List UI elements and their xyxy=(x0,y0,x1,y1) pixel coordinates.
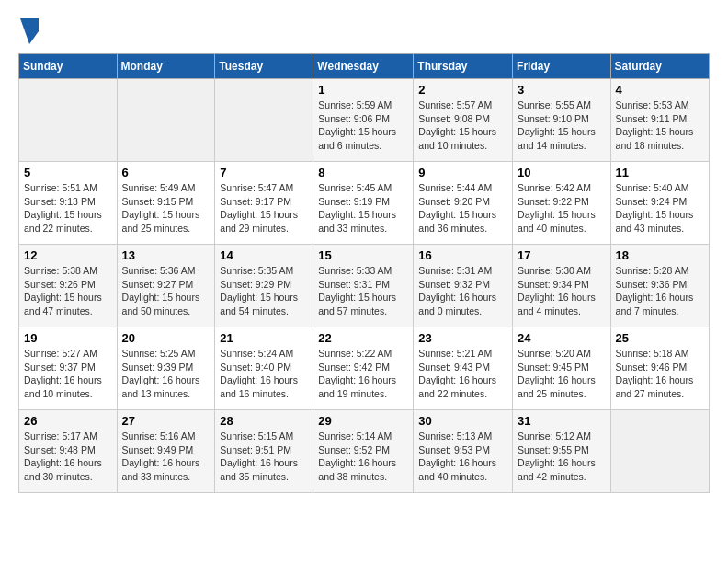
day-number: 7 xyxy=(220,166,308,179)
weekday-header: Thursday xyxy=(414,54,513,79)
calendar-cell xyxy=(215,79,313,162)
day-info: Sunrise: 5:45 AM Sunset: 9:19 PM Dayligh… xyxy=(318,181,408,236)
day-number: 25 xyxy=(616,331,704,345)
day-info: Sunrise: 5:27 AM Sunset: 9:37 PM Dayligh… xyxy=(24,347,112,401)
day-info: Sunrise: 5:57 AM Sunset: 9:08 PM Dayligh… xyxy=(418,98,507,153)
day-info: Sunrise: 5:40 AM Sunset: 9:24 PM Dayligh… xyxy=(616,181,704,236)
calendar-week-row: 1Sunrise: 5:59 AM Sunset: 9:06 PM Daylig… xyxy=(19,79,710,162)
day-info: Sunrise: 5:47 AM Sunset: 9:17 PM Dayligh… xyxy=(220,181,308,236)
day-number: 6 xyxy=(122,166,210,179)
weekday-header-row: SundayMondayTuesdayWednesdayThursdayFrid… xyxy=(19,54,710,79)
day-number: 2 xyxy=(418,83,507,97)
calendar-cell xyxy=(610,410,709,493)
day-number: 13 xyxy=(122,248,210,262)
day-number: 19 xyxy=(24,331,112,345)
day-info: Sunrise: 5:49 AM Sunset: 9:15 PM Dayligh… xyxy=(122,181,210,236)
day-number: 10 xyxy=(518,166,606,179)
calendar-cell: 7Sunrise: 5:47 AM Sunset: 9:17 PM Daylig… xyxy=(215,162,313,245)
weekday-header: Sunday xyxy=(19,54,118,79)
weekday-header: Saturday xyxy=(610,54,709,79)
day-number: 5 xyxy=(24,166,112,179)
day-number: 29 xyxy=(318,414,408,428)
day-info: Sunrise: 5:14 AM Sunset: 9:52 PM Dayligh… xyxy=(318,430,408,484)
calendar-cell: 17Sunrise: 5:30 AM Sunset: 9:34 PM Dayli… xyxy=(513,245,611,327)
calendar-cell: 25Sunrise: 5:18 AM Sunset: 9:46 PM Dayli… xyxy=(610,327,709,410)
day-info: Sunrise: 5:30 AM Sunset: 9:34 PM Dayligh… xyxy=(518,264,606,318)
day-info: Sunrise: 5:42 AM Sunset: 9:22 PM Dayligh… xyxy=(518,181,606,236)
calendar-cell: 20Sunrise: 5:25 AM Sunset: 9:39 PM Dayli… xyxy=(117,327,215,410)
calendar-cell: 11Sunrise: 5:40 AM Sunset: 9:24 PM Dayli… xyxy=(610,162,709,245)
weekday-header: Monday xyxy=(117,54,215,79)
day-number: 4 xyxy=(616,83,704,97)
day-number: 15 xyxy=(318,248,408,262)
day-info: Sunrise: 5:21 AM Sunset: 9:43 PM Dayligh… xyxy=(418,347,507,401)
calendar-cell: 16Sunrise: 5:31 AM Sunset: 9:32 PM Dayli… xyxy=(414,245,513,327)
calendar-table: SundayMondayTuesdayWednesdayThursdayFrid… xyxy=(18,53,710,493)
calendar-week-row: 19Sunrise: 5:27 AM Sunset: 9:37 PM Dayli… xyxy=(19,327,710,410)
day-info: Sunrise: 5:31 AM Sunset: 9:32 PM Dayligh… xyxy=(418,264,507,318)
day-info: Sunrise: 5:35 AM Sunset: 9:29 PM Dayligh… xyxy=(220,264,308,318)
weekday-header: Wednesday xyxy=(313,54,414,79)
calendar-cell: 23Sunrise: 5:21 AM Sunset: 9:43 PM Dayli… xyxy=(414,327,513,410)
calendar-cell: 21Sunrise: 5:24 AM Sunset: 9:40 PM Dayli… xyxy=(215,327,313,410)
day-number: 11 xyxy=(616,166,704,179)
day-info: Sunrise: 5:33 AM Sunset: 9:31 PM Dayligh… xyxy=(318,264,408,318)
logo-icon xyxy=(20,18,39,44)
calendar-week-row: 12Sunrise: 5:38 AM Sunset: 9:26 PM Dayli… xyxy=(19,245,710,327)
calendar-cell: 5Sunrise: 5:51 AM Sunset: 9:13 PM Daylig… xyxy=(19,162,118,245)
calendar-cell: 18Sunrise: 5:28 AM Sunset: 9:36 PM Dayli… xyxy=(610,245,709,327)
day-info: Sunrise: 5:28 AM Sunset: 9:36 PM Dayligh… xyxy=(616,264,704,318)
day-number: 18 xyxy=(616,248,704,262)
day-info: Sunrise: 5:59 AM Sunset: 9:06 PM Dayligh… xyxy=(318,98,408,153)
weekday-header: Tuesday xyxy=(215,54,313,79)
calendar-cell: 2Sunrise: 5:57 AM Sunset: 9:08 PM Daylig… xyxy=(414,79,513,162)
calendar-cell: 6Sunrise: 5:49 AM Sunset: 9:15 PM Daylig… xyxy=(117,162,215,245)
calendar-week-row: 26Sunrise: 5:17 AM Sunset: 9:48 PM Dayli… xyxy=(19,410,710,493)
day-info: Sunrise: 5:13 AM Sunset: 9:53 PM Dayligh… xyxy=(418,430,507,484)
day-info: Sunrise: 5:16 AM Sunset: 9:49 PM Dayligh… xyxy=(122,430,210,484)
day-number: 21 xyxy=(220,331,308,345)
day-number: 26 xyxy=(24,414,112,428)
calendar-cell: 30Sunrise: 5:13 AM Sunset: 9:53 PM Dayli… xyxy=(414,410,513,493)
day-info: Sunrise: 5:22 AM Sunset: 9:42 PM Dayligh… xyxy=(318,347,408,401)
svg-marker-0 xyxy=(20,18,39,44)
page-header xyxy=(18,18,710,44)
day-info: Sunrise: 5:20 AM Sunset: 9:45 PM Dayligh… xyxy=(518,347,606,401)
calendar-cell: 19Sunrise: 5:27 AM Sunset: 9:37 PM Dayli… xyxy=(19,327,118,410)
day-number: 16 xyxy=(418,248,507,262)
day-info: Sunrise: 5:12 AM Sunset: 9:55 PM Dayligh… xyxy=(518,430,606,484)
day-number: 1 xyxy=(318,83,408,97)
day-number: 22 xyxy=(318,331,408,345)
calendar-cell: 4Sunrise: 5:53 AM Sunset: 9:11 PM Daylig… xyxy=(610,79,709,162)
calendar-cell: 9Sunrise: 5:44 AM Sunset: 9:20 PM Daylig… xyxy=(414,162,513,245)
day-number: 3 xyxy=(518,83,606,97)
calendar-cell xyxy=(19,79,118,162)
day-number: 31 xyxy=(518,414,606,428)
day-info: Sunrise: 5:18 AM Sunset: 9:46 PM Dayligh… xyxy=(616,347,704,401)
day-info: Sunrise: 5:44 AM Sunset: 9:20 PM Dayligh… xyxy=(418,181,507,236)
day-number: 12 xyxy=(24,248,112,262)
logo xyxy=(18,18,43,44)
calendar-cell: 15Sunrise: 5:33 AM Sunset: 9:31 PM Dayli… xyxy=(313,245,414,327)
calendar-cell: 14Sunrise: 5:35 AM Sunset: 9:29 PM Dayli… xyxy=(215,245,313,327)
day-number: 20 xyxy=(122,331,210,345)
day-info: Sunrise: 5:51 AM Sunset: 9:13 PM Dayligh… xyxy=(24,181,112,236)
weekday-header: Friday xyxy=(513,54,611,79)
day-info: Sunrise: 5:24 AM Sunset: 9:40 PM Dayligh… xyxy=(220,347,308,401)
day-number: 24 xyxy=(518,331,606,345)
day-number: 8 xyxy=(318,166,408,179)
calendar-week-row: 5Sunrise: 5:51 AM Sunset: 9:13 PM Daylig… xyxy=(19,162,710,245)
calendar-cell: 8Sunrise: 5:45 AM Sunset: 9:19 PM Daylig… xyxy=(313,162,414,245)
calendar-cell: 31Sunrise: 5:12 AM Sunset: 9:55 PM Dayli… xyxy=(513,410,611,493)
calendar-cell: 24Sunrise: 5:20 AM Sunset: 9:45 PM Dayli… xyxy=(513,327,611,410)
day-number: 17 xyxy=(518,248,606,262)
day-info: Sunrise: 5:36 AM Sunset: 9:27 PM Dayligh… xyxy=(122,264,210,318)
calendar-cell: 28Sunrise: 5:15 AM Sunset: 9:51 PM Dayli… xyxy=(215,410,313,493)
calendar-cell: 22Sunrise: 5:22 AM Sunset: 9:42 PM Dayli… xyxy=(313,327,414,410)
day-number: 28 xyxy=(220,414,308,428)
calendar-cell: 3Sunrise: 5:55 AM Sunset: 9:10 PM Daylig… xyxy=(513,79,611,162)
day-number: 27 xyxy=(122,414,210,428)
day-info: Sunrise: 5:53 AM Sunset: 9:11 PM Dayligh… xyxy=(616,98,704,153)
day-info: Sunrise: 5:38 AM Sunset: 9:26 PM Dayligh… xyxy=(24,264,112,318)
calendar-cell: 29Sunrise: 5:14 AM Sunset: 9:52 PM Dayli… xyxy=(313,410,414,493)
